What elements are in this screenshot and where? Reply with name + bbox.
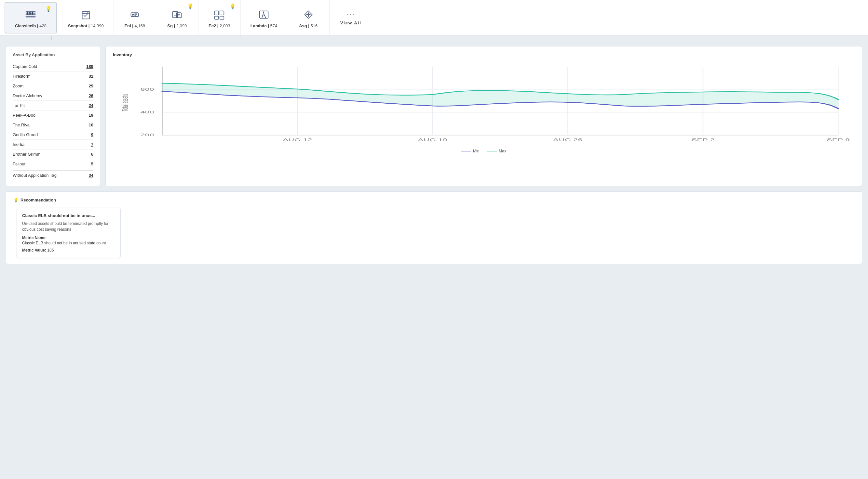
svg-text:AUG 26: AUG 26: [553, 138, 582, 142]
svg-text:SEP 2: SEP 2: [691, 138, 714, 142]
inventory-chart: 600 400 200 AUG 12 AUG 19 AUG 26 SEP 2 S…: [113, 61, 855, 158]
nav-item-viewall[interactable]: ··· View All: [330, 0, 372, 35]
ec2-icon: [212, 7, 227, 22]
nav-item-lambda[interactable]: Lambda | 574: [241, 0, 287, 35]
nav-item-eni[interactable]: Eni | 4,168: [114, 0, 156, 35]
snapshot-icon: [79, 7, 93, 22]
asg-label: Asg | 516: [299, 24, 317, 28]
card-metric-value-label: Metric Value:: [22, 248, 46, 252]
nav-item-sg[interactable]: 💡 Sg | 2,099: [156, 0, 198, 35]
asset-by-application-title: Asset By Application: [13, 52, 93, 57]
svg-rect-13: [215, 16, 219, 20]
list-item: The Rival 10: [13, 120, 93, 130]
max-line-icon: [487, 151, 497, 151]
card-metric-name-label: Metric Name:: [22, 236, 115, 240]
svg-text:SEP 9: SEP 9: [827, 138, 850, 142]
eni-icon: [127, 7, 142, 22]
svg-text:AUG 19: AUG 19: [418, 138, 447, 142]
classicelb-label: Classicelb | 428: [15, 24, 46, 28]
lambda-label: Lambda | 574: [250, 24, 277, 28]
recommendation-icon: 💡: [13, 198, 19, 202]
nav-item-asg[interactable]: Asg | 516: [287, 0, 330, 35]
card-metric-name-value: Classic ELB should not be in unused stat…: [22, 241, 115, 245]
svg-rect-10: [176, 13, 181, 18]
card-title: Classic ELB should not be in unus...: [22, 213, 115, 218]
list-item: Peek-A-Boo 19: [13, 110, 93, 120]
svg-rect-11: [215, 11, 219, 15]
svg-text:Total assets: Total assets: [120, 94, 129, 111]
svg-text:600: 600: [140, 88, 154, 91]
list-item: Inertia 7: [13, 140, 93, 149]
main-content: Asset By Application Captain Cold 189 Fi…: [0, 40, 868, 270]
svg-rect-14: [220, 16, 224, 20]
list-item: Brother Grimm 6: [13, 149, 93, 159]
svg-rect-3: [27, 12, 28, 15]
list-item: Gorilla Grodd 9: [13, 130, 93, 140]
legend-max: Max: [487, 149, 506, 153]
svg-rect-12: [220, 11, 224, 15]
svg-point-8: [132, 14, 134, 15]
svg-rect-4: [30, 12, 31, 15]
inventory-arrow: →: [133, 53, 137, 57]
top-row: Asset By Application Captain Cold 189 Fi…: [6, 46, 862, 186]
legend-min-label: Min: [473, 149, 479, 153]
svg-text:200: 200: [140, 133, 154, 137]
classicelb-badge: 💡: [45, 6, 52, 12]
classicelb-icon: [23, 7, 38, 22]
inventory-title[interactable]: Inventory →: [113, 52, 855, 57]
list-item: Without Application Tag 34: [13, 170, 93, 180]
top-navigation: 💡 Classicelb | 428: [0, 0, 868, 36]
svg-text:AUG 12: AUG 12: [283, 138, 312, 142]
svg-text:400: 400: [140, 110, 154, 114]
svg-rect-5: [32, 12, 33, 15]
card-description: Un-used assets should be terminated prom…: [22, 221, 115, 232]
eni-label: Eni | 4,168: [124, 24, 145, 28]
lambda-icon: [256, 7, 271, 22]
list-item: Doctor Alchemy 26: [13, 91, 93, 101]
app-list: Captain Cold 189 Firestorm 32 Zoom 29 Do…: [13, 62, 93, 180]
list-item: Tar Pit 24: [13, 101, 93, 110]
sg-badge: 💡: [187, 3, 193, 9]
legend-max-label: Max: [499, 149, 506, 153]
ec2-badge: 💡: [229, 3, 236, 9]
nav-item-ec2[interactable]: 💡 Ec2 | 2,003: [198, 0, 241, 35]
inventory-panel: Inventory →: [105, 46, 862, 186]
svg-rect-2: [26, 16, 35, 18]
list-item: Firestorm 32: [13, 71, 93, 81]
legend-min: Min: [461, 149, 479, 153]
snapshot-label: Snapshot | 14,390: [68, 24, 104, 28]
min-line-icon: [461, 151, 471, 151]
viewall-label: View All: [340, 21, 362, 25]
list-item: Captain Cold 189: [13, 62, 93, 71]
asset-by-application-panel: Asset By Application Captain Cold 189 Fi…: [6, 46, 100, 186]
recommendation-panel: 💡 Recommendation Classic ELB should not …: [6, 192, 862, 264]
recommendation-card[interactable]: Classic ELB should not be in unus... Un-…: [17, 208, 121, 258]
card-metric-value: 185: [47, 248, 54, 252]
ec2-label: Ec2 | 2,003: [209, 24, 230, 28]
list-item: Fallout 5: [13, 159, 93, 169]
nav-item-snapshot[interactable]: Snapshot | 14,390: [58, 0, 114, 35]
recommendation-title: 💡 Recommendation: [13, 198, 855, 202]
chart-legend: Min Max: [113, 149, 855, 153]
asg-icon: [301, 7, 316, 22]
sg-label: Sg | 2,099: [167, 24, 187, 28]
svg-rect-9: [173, 12, 178, 18]
list-item: Zoom 29: [13, 81, 93, 91]
sg-icon: [169, 7, 184, 22]
nav-item-classicelb[interactable]: 💡 Classicelb | 428: [5, 2, 57, 33]
